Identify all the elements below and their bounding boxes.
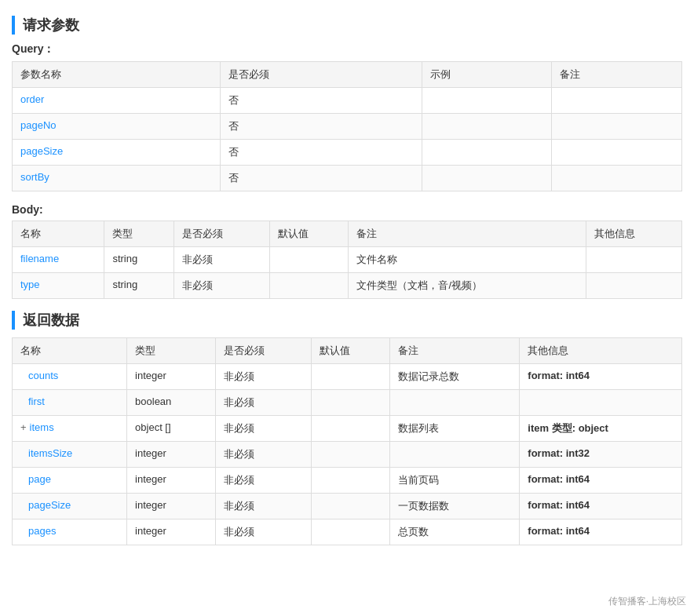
field-other: format: int64 — [520, 364, 682, 390]
field-type: string — [104, 247, 174, 273]
table-row: type string 非必须 文件类型（文档，音/视频） — [13, 273, 682, 299]
field-type: integer — [127, 442, 215, 468]
body-subtitle: Body: — [12, 203, 682, 216]
body-col-required: 是否必须 — [174, 221, 269, 247]
field-note: 文件类型（文档，音/视频） — [349, 273, 586, 299]
table-row: itemsSize integer 非必须 format: int32 — [13, 442, 682, 468]
table-row: pages integer 非必须 总页数 format: int64 — [13, 519, 682, 545]
body-col-name: 名称 — [13, 221, 104, 247]
field-required: 否 — [220, 88, 422, 114]
field-required: 否 — [220, 114, 422, 140]
return-header-row: 名称 类型 是否必须 默认值 备注 其他信息 — [13, 338, 682, 364]
field-name: itemsSize — [13, 442, 127, 468]
return-table: 名称 类型 是否必须 默认值 备注 其他信息 counts integer 非必… — [12, 337, 682, 545]
field-note — [552, 114, 682, 140]
return-col-name: 名称 — [13, 338, 127, 364]
body-col-note: 备注 — [349, 221, 586, 247]
field-required: 否 — [220, 140, 422, 166]
field-note: 当前页码 — [389, 468, 520, 494]
table-row: order 否 — [13, 88, 682, 114]
field-default — [311, 390, 389, 416]
query-header-row: 参数名称 是否必须 示例 备注 — [13, 62, 682, 88]
field-other: format: int32 — [520, 442, 682, 468]
field-required: 非必须 — [215, 364, 311, 390]
field-name: pageSize — [13, 140, 221, 166]
field-type: object [] — [127, 416, 215, 442]
body-col-type: 类型 — [104, 221, 174, 247]
field-type: boolean — [127, 390, 215, 416]
table-row: pageSize integer 非必须 一页数据数 format: int64 — [13, 494, 682, 519]
field-other — [586, 273, 681, 299]
field-example — [422, 88, 552, 114]
field-other: item 类型: object — [520, 416, 682, 442]
field-default — [269, 247, 348, 273]
field-required: 非必须 — [215, 468, 311, 494]
return-col-note: 备注 — [389, 338, 520, 364]
field-required: 非必须 — [174, 247, 269, 273]
field-name: pageNo — [13, 114, 221, 140]
field-other — [586, 247, 681, 273]
field-other: format: int64 — [520, 494, 682, 519]
query-table: 参数名称 是否必须 示例 备注 order 否 pageNo 否 pageSiz… — [12, 61, 682, 191]
field-note: 总页数 — [389, 519, 520, 545]
field-name: type — [13, 273, 104, 299]
expand-icon[interactable]: + — [20, 421, 27, 433]
field-example — [422, 140, 552, 166]
field-required: 非必须 — [215, 442, 311, 468]
field-default — [311, 519, 389, 545]
field-other: format: int64 — [520, 519, 682, 545]
body-table: 名称 类型 是否必须 默认值 备注 其他信息 filename string 非… — [12, 221, 682, 299]
field-required: 非必须 — [174, 273, 269, 299]
field-required: 非必须 — [215, 416, 311, 442]
query-col-note: 备注 — [552, 62, 682, 88]
body-header-row: 名称 类型 是否必须 默认值 备注 其他信息 — [13, 221, 682, 247]
field-type: integer — [127, 494, 215, 519]
table-row: page integer 非必须 当前页码 format: int64 — [13, 468, 682, 494]
field-note — [552, 88, 682, 114]
field-required: 否 — [220, 166, 422, 191]
table-row: counts integer 非必须 数据记录总数 format: int64 — [13, 364, 682, 390]
request-section: 请求参数 Query： 参数名称 是否必须 示例 备注 order 否 page… — [12, 16, 682, 299]
query-col-required: 是否必须 — [220, 62, 422, 88]
table-row: first boolean 非必须 — [13, 390, 682, 416]
field-required: 非必须 — [215, 494, 311, 519]
field-name: page — [13, 468, 127, 494]
return-section: 返回数据 名称 类型 是否必须 默认值 备注 其他信息 counts integ… — [12, 311, 682, 545]
field-name: sortBy — [13, 166, 221, 191]
return-col-required: 是否必须 — [215, 338, 311, 364]
field-example — [422, 166, 552, 191]
field-type: integer — [127, 519, 215, 545]
field-other — [520, 390, 682, 416]
field-required: 非必须 — [215, 519, 311, 545]
field-type: integer — [127, 364, 215, 390]
field-note: 文件名称 — [349, 247, 586, 273]
return-col-other: 其他信息 — [520, 338, 682, 364]
query-subtitle: Query： — [12, 42, 682, 56]
field-default — [311, 364, 389, 390]
table-row: pageNo 否 — [13, 114, 682, 140]
return-col-type: 类型 — [127, 338, 215, 364]
query-col-example: 示例 — [422, 62, 552, 88]
field-default — [311, 494, 389, 519]
table-row: sortBy 否 — [13, 166, 682, 191]
field-note — [552, 140, 682, 166]
request-title: 请求参数 — [12, 16, 682, 35]
field-name: pageSize — [13, 494, 127, 519]
field-note — [389, 442, 520, 468]
field-other: format: int64 — [520, 468, 682, 494]
query-col-name: 参数名称 — [13, 62, 221, 88]
field-example — [422, 114, 552, 140]
body-col-default: 默认值 — [269, 221, 348, 247]
field-type: integer — [127, 468, 215, 494]
field-default — [311, 416, 389, 442]
return-col-default: 默认值 — [311, 338, 389, 364]
field-note: 一页数据数 — [389, 494, 520, 519]
field-name: order — [13, 88, 221, 114]
field-note — [389, 390, 520, 416]
field-default — [311, 468, 389, 494]
field-name: filename — [13, 247, 104, 273]
field-name: +items — [13, 416, 127, 442]
body-col-other: 其他信息 — [586, 221, 681, 247]
field-name: pages — [13, 519, 127, 545]
table-row: pageSize 否 — [13, 140, 682, 166]
